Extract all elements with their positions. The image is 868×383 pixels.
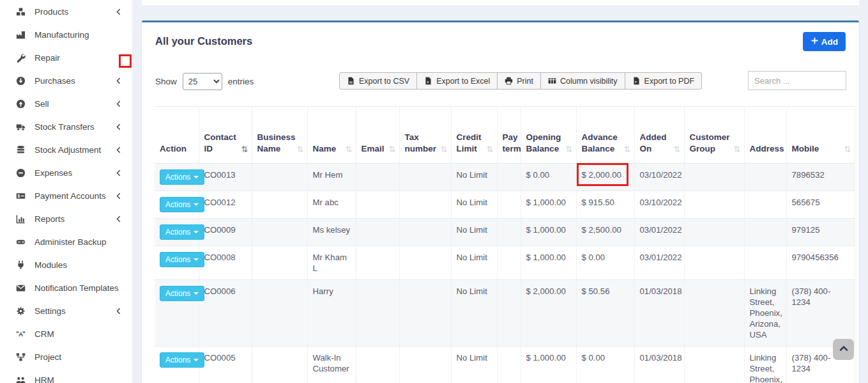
chevron-left-icon [115,146,122,153]
cell-customer-group [684,164,744,191]
actions-button[interactable]: Actions [160,224,204,240]
table-row: ActionsCO0005Walk-In CustomerNo Limit$ 1… [155,347,855,383]
cell-address [744,164,786,191]
sidebar-item-sell[interactable]: Sell [0,92,132,115]
sidebar-item-stock-adjustment[interactable]: Stock Adjustment [0,138,132,161]
sidebar-item-modules[interactable]: Modules [0,253,132,276]
column-visibility-button[interactable]: Column visibility [540,72,625,90]
cell-opening-balance: $ 0.00 [521,164,576,191]
entries-label: entries [228,77,254,86]
column-header-mobile[interactable]: Mobile⇅ [786,107,855,164]
sidebar-item-reports[interactable]: Reports [0,207,132,230]
sidebar-item-hrm[interactable]: HRM [0,368,132,383]
sidebar-item-label: Manufacturing [34,30,89,40]
column-header-advance-balance[interactable]: Advance Balance⇅ [576,107,634,164]
sort-icon: ⇅ [487,144,494,155]
cell-email [356,191,399,219]
cell-business-name [252,246,307,280]
sidebar-item-label: Administer Backup [34,237,107,247]
cell-name: Mr Kham L [307,246,356,280]
add-customer-button[interactable]: Add [803,32,846,51]
cell-name: Harry [307,280,356,347]
sidebar-item-administer-backup[interactable]: Administer Backup [0,230,132,253]
cell-advance-balance: $ 50.56 [576,280,634,347]
table-body: ActionsCO0013Mr HemNo Limit$ 0.00$ 2,000… [155,164,855,383]
sidebar-item-settings[interactable]: Settings [0,299,132,322]
sidebar-item-label: Stock Adjustment [34,145,101,155]
sort-icon: ⇅ [624,144,631,155]
cell-mobile: 979125 [786,219,855,246]
sidebar-item-manufacturing[interactable]: Manufacturing [0,23,132,46]
envelope-icon [15,283,26,293]
sort-icon: ⇅ [297,144,304,155]
sidebar-item-purchases[interactable]: Purchases [0,69,132,92]
print-button[interactable]: Print [497,72,541,90]
column-header-contact-id[interactable]: Contact ID⇅ [199,107,252,164]
sidebar-item-label: Products [34,7,68,17]
sidebar-item-label: Modules [34,260,67,270]
top-navbar-edge [142,0,859,6]
cell-name: Mr Hem [307,164,356,191]
actions-button[interactable]: Actions [160,352,204,368]
actions-button[interactable]: Actions [160,252,204,267]
column-header-opening-balance[interactable]: Opening Balance⇅ [521,107,576,164]
arrow-down-circle-icon [15,75,26,86]
cell-added-on: 03/01/2022 [634,246,684,280]
sidebar-item-notification-templates[interactable]: Notification Templates [0,276,132,299]
sidebar-item-crm[interactable]: ACRM [0,322,132,345]
caret-down-icon [194,292,199,295]
column-header-label: Action [160,144,187,153]
cell-opening-balance: $ 1,000.00 [521,246,576,280]
column-header-label: Pay term [503,132,521,153]
cubes-icon [15,6,26,17]
export-to-pdf-button[interactable]: PExport to PDF [625,72,703,90]
column-header-customer-group[interactable]: Customer Group⇅ [684,107,744,164]
sidebar-item-expenses[interactable]: Expenses [0,161,132,184]
cell-action: Actions [155,280,199,347]
export-to-csv-button[interactable]: csvExport to CSV [339,72,417,90]
scroll-to-top-button[interactable] [833,339,854,360]
export-to-excel-button[interactable]: xExport to Excel [416,72,498,90]
cell-contact-id: CO0013 [199,164,252,191]
sidebar-item-stock-transfers[interactable]: Stock Transfers [0,115,132,138]
chevron-left-icon [115,192,122,199]
actions-button[interactable]: Actions [160,197,204,212]
actions-button[interactable]: Actions [160,169,204,185]
chevron-left-icon [115,308,122,315]
file-csv-icon: csv [347,77,355,85]
actions-button[interactable]: Actions [160,286,204,301]
sidebar-item-products[interactable]: Products [0,0,132,23]
cell-tax-number [399,280,451,347]
column-header-label: Advance Balance [582,132,618,153]
sidebar-item-payment-accounts[interactable]: $Payment Accounts [0,184,132,207]
export-button-group: csvExport to CSVxExport to ExcelPrintCol… [339,72,702,90]
column-header-business-name[interactable]: Business Name⇅ [252,107,307,164]
plug-icon [15,260,26,270]
cell-action: Actions [155,246,199,280]
column-header-label: Email [362,144,385,153]
caret-down-icon [194,203,199,206]
cell-contact-id: CO0012 [199,191,252,219]
sidebar-item-label: CRM [34,329,54,339]
cell-address [744,191,786,219]
sort-icon: ⇅ [734,144,741,155]
column-header-tax-number[interactable]: Tax number⇅ [399,107,451,164]
column-header-email[interactable]: Email⇅ [356,107,399,164]
chevron-up-icon [839,343,849,356]
wrench-icon [15,52,26,63]
column-header-name[interactable]: Name⇅ [307,107,356,164]
column-header-credit-limit[interactable]: Credit Limit⇅ [451,107,497,164]
search-input[interactable] [748,71,846,90]
cell-email [356,164,399,191]
cell-customer-group [684,280,744,347]
cell-advance-balance: $ 2,000.00 [576,164,634,191]
sidebar-item-repair[interactable]: Repair [0,46,132,69]
cell-tax-number [399,219,451,246]
column-header-added-on[interactable]: Added On⇅ [634,107,684,164]
cell-address [744,219,786,246]
show-label: Show [155,77,177,86]
table-row: ActionsCO0008Mr Kham LNo Limit$ 1,000.00… [155,246,855,280]
entries-select[interactable]: 25 [183,73,222,90]
cell-business-name [252,164,307,191]
sidebar-item-project[interactable]: Project [0,345,132,368]
